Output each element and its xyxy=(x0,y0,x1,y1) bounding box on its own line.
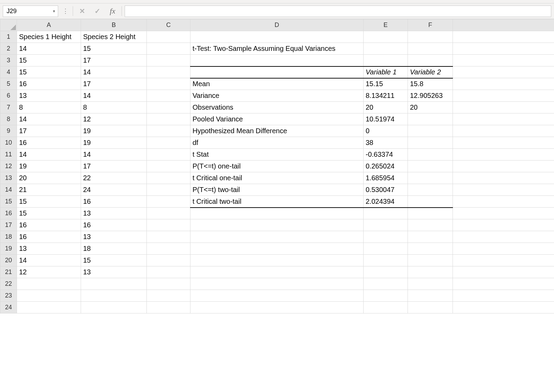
cell[interactable]: 10.51974 xyxy=(364,113,408,125)
cell[interactable] xyxy=(453,302,554,313)
row-header[interactable]: 20 xyxy=(0,255,17,266)
cell[interactable] xyxy=(364,31,408,43)
cell[interactable] xyxy=(453,90,554,102)
cell[interactable] xyxy=(453,113,554,125)
cell[interactable]: 0.530047 xyxy=(364,184,408,196)
cell[interactable] xyxy=(147,102,190,113)
cell[interactable] xyxy=(453,137,554,149)
cell[interactable]: 20 xyxy=(408,102,453,113)
cell[interactable] xyxy=(453,149,554,161)
row-header[interactable]: 1 xyxy=(0,31,17,43)
cell[interactable] xyxy=(408,125,453,137)
cell[interactable] xyxy=(190,66,364,78)
cell[interactable] xyxy=(453,43,554,55)
cell[interactable] xyxy=(364,231,408,243)
cell[interactable]: 16 xyxy=(17,137,81,149)
cell[interactable]: 15 xyxy=(17,55,81,66)
row-header[interactable]: 9 xyxy=(0,125,17,137)
resize-handle-icon[interactable]: ⋮ xyxy=(61,8,70,14)
cell[interactable]: 17 xyxy=(81,161,147,172)
cell[interactable] xyxy=(147,172,190,184)
cell[interactable] xyxy=(453,184,554,196)
cell[interactable] xyxy=(190,243,364,255)
cell[interactable] xyxy=(364,266,408,278)
cell[interactable]: df xyxy=(190,137,364,149)
cell[interactable] xyxy=(364,302,408,313)
row-header[interactable]: 2 xyxy=(0,43,17,55)
row-header[interactable]: 4 xyxy=(0,66,17,78)
cell[interactable] xyxy=(408,255,453,266)
cell[interactable]: 13 xyxy=(17,90,81,102)
cell[interactable] xyxy=(453,231,554,243)
cell[interactable]: 15 xyxy=(17,196,81,208)
cell[interactable] xyxy=(147,302,190,313)
cell[interactable] xyxy=(453,55,554,66)
row-header[interactable]: 6 xyxy=(0,90,17,102)
cell[interactable] xyxy=(408,302,453,313)
cell[interactable]: 1.685954 xyxy=(364,172,408,184)
cell[interactable]: 16 xyxy=(17,78,81,90)
cell[interactable] xyxy=(408,290,453,302)
cell[interactable] xyxy=(453,219,554,231)
cell[interactable] xyxy=(147,184,190,196)
cell[interactable]: t-Test: Two-Sample Assuming Equal Varian… xyxy=(190,43,364,55)
cell[interactable] xyxy=(147,255,190,266)
cell[interactable]: 13 xyxy=(81,231,147,243)
cell[interactable]: 12.905263 xyxy=(408,90,453,102)
cell[interactable] xyxy=(453,102,554,113)
cell[interactable]: 14 xyxy=(17,43,81,55)
row-header[interactable]: 5 xyxy=(0,78,17,90)
cell[interactable]: 16 xyxy=(81,219,147,231)
cell[interactable]: 0.265024 xyxy=(364,161,408,172)
cell[interactable] xyxy=(147,278,190,290)
cell[interactable]: t Stat xyxy=(190,149,364,161)
cell[interactable]: 14 xyxy=(81,90,147,102)
col-header-D[interactable]: D xyxy=(190,19,364,31)
cell[interactable]: 13 xyxy=(81,266,147,278)
cell[interactable]: 17 xyxy=(81,55,147,66)
cell[interactable] xyxy=(17,278,81,290)
cell[interactable] xyxy=(147,125,190,137)
cell[interactable] xyxy=(147,208,190,219)
cell[interactable]: 38 xyxy=(364,137,408,149)
cell[interactable] xyxy=(147,219,190,231)
cell[interactable] xyxy=(147,90,190,102)
cell[interactable] xyxy=(147,161,190,172)
spreadsheet-grid[interactable]: A B C D E F 1 Species 1 Height Species 2… xyxy=(0,19,554,313)
row-header[interactable]: 21 xyxy=(0,266,17,278)
cell[interactable]: Mean xyxy=(190,78,364,90)
cell[interactable]: Variable 2 xyxy=(408,66,453,78)
cell[interactable] xyxy=(453,208,554,219)
cell[interactable] xyxy=(453,78,554,90)
cell[interactable] xyxy=(408,149,453,161)
cell[interactable] xyxy=(147,31,190,43)
cell[interactable]: Variance xyxy=(190,90,364,102)
cell[interactable] xyxy=(408,137,453,149)
cell[interactable] xyxy=(408,196,453,208)
cell[interactable]: 8 xyxy=(17,102,81,113)
fx-icon[interactable]: fx xyxy=(106,6,119,16)
row-header[interactable]: 11 xyxy=(0,149,17,161)
cell[interactable] xyxy=(408,184,453,196)
cell[interactable] xyxy=(364,55,408,66)
row-header[interactable]: 13 xyxy=(0,172,17,184)
cell[interactable] xyxy=(453,255,554,266)
row-header[interactable]: 12 xyxy=(0,161,17,172)
cell[interactable] xyxy=(408,113,453,125)
cell[interactable] xyxy=(147,290,190,302)
cell[interactable] xyxy=(190,55,364,66)
row-header[interactable]: 14 xyxy=(0,184,17,196)
cell[interactable] xyxy=(408,219,453,231)
select-all-corner[interactable] xyxy=(0,19,17,31)
col-header-F[interactable]: F xyxy=(408,19,453,31)
cell[interactable] xyxy=(408,43,453,55)
cell[interactable]: 14 xyxy=(17,255,81,266)
cell[interactable] xyxy=(147,196,190,208)
cell[interactable] xyxy=(190,31,364,43)
cell[interactable] xyxy=(364,278,408,290)
row-header[interactable]: 15 xyxy=(0,196,17,208)
cell[interactable]: 16 xyxy=(17,231,81,243)
cell[interactable]: t Critical one-tail xyxy=(190,172,364,184)
cell[interactable]: 16 xyxy=(17,219,81,231)
cell[interactable] xyxy=(364,243,408,255)
